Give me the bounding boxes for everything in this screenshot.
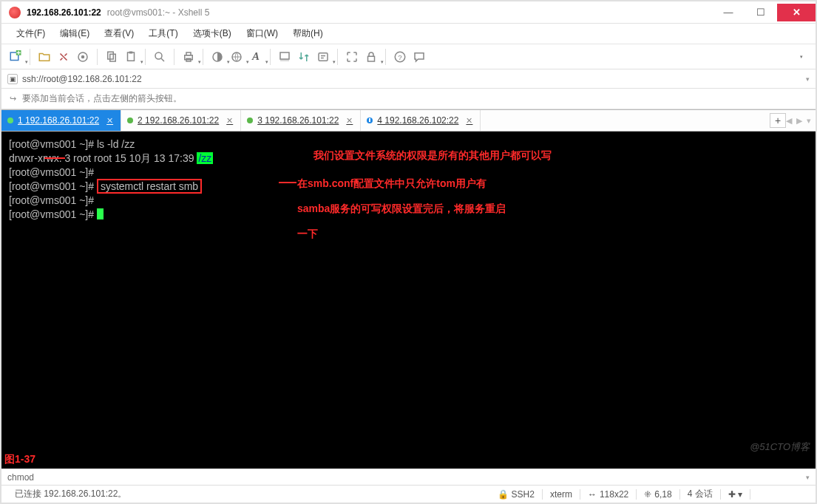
command-input-bar[interactable]: chmod ▾ <box>1 469 816 485</box>
annotation-2: 在smb.conf配置文件中只允许tom用户有 <box>297 173 487 194</box>
tab-label: 3 192.168.26.101:22 <box>257 115 339 126</box>
svg-rect-14 <box>280 52 289 59</box>
tab-next-icon[interactable]: ▶ <box>796 116 802 126</box>
svg-point-3 <box>81 55 85 58</box>
annotation-1: 我们设置文件系统的权限是所有的其他用户都可以写 <box>313 145 552 166</box>
macro-button[interactable]: ▾ <box>313 47 333 67</box>
addr-dropdown-icon[interactable]: ▾ <box>806 75 810 83</box>
highlighted-dir: /zz <box>197 152 213 164</box>
transfer-button[interactable] <box>294 47 313 67</box>
svg-point-8 <box>155 52 162 59</box>
annotation-3: samba服务的可写权限设置完后，将服务重启 <box>297 198 506 219</box>
svg-rect-7 <box>129 51 133 53</box>
new-session-button[interactable]: ▾ <box>6 47 25 67</box>
properties-button[interactable] <box>73 47 92 67</box>
status-dot-icon <box>247 118 253 123</box>
window-subtitle: root@vms001:~ - Xshell 5 <box>107 7 210 18</box>
tab-label: 4 192.168.26.102:22 <box>377 115 458 126</box>
tab-menu-icon[interactable]: ▾ <box>807 116 811 126</box>
script-button[interactable] <box>275 47 294 67</box>
session-tab[interactable]: 4 192.168.26.102:22✕ <box>361 110 481 131</box>
encoding-button[interactable]: ▾ <box>227 47 246 67</box>
status-dot-icon <box>127 118 133 123</box>
size-icon: ↔ <box>588 489 597 500</box>
toolbar-overflow[interactable]: ▾ <box>792 47 811 67</box>
status-connection: 已连接 192.168.26.101:22。 <box>7 488 134 500</box>
tab-close-icon[interactable]: ✕ <box>466 116 472 126</box>
connector-line <box>279 182 296 183</box>
annotation-4: 一下 <box>297 223 318 244</box>
status-dot-icon <box>367 118 373 123</box>
address-bar: ▣ ssh://root@192.168.26.101:22 ▾ <box>1 69 816 89</box>
menu-window[interactable]: 窗口(W) <box>239 27 285 40</box>
status-plus-icon[interactable]: ✚ ▾ <box>721 489 750 500</box>
lock-button[interactable]: ▾ <box>362 47 381 67</box>
status-bar: 已连接 192.168.26.101:22。 🔒SSH2 xterm ↔118x… <box>1 485 816 503</box>
color-scheme-button[interactable]: ▾ <box>208 47 227 67</box>
tab-close-icon[interactable]: ✕ <box>106 116 113 126</box>
url-text[interactable]: ssh://root@192.168.26.101:22 <box>22 74 806 84</box>
cursor <box>97 208 104 219</box>
menu-tools[interactable]: 工具(T) <box>141 27 185 40</box>
tab-prev-icon[interactable]: ◀ <box>786 116 792 126</box>
terminal[interactable]: [root@vms001 ~]# ls -ld /zz drwxr-xrwx. … <box>1 132 816 469</box>
open-button[interactable] <box>35 47 54 67</box>
hint-bar: ↪ 要添加当前会话，点击左侧的箭头按钮。 <box>1 89 816 109</box>
status-termtype: xterm <box>543 489 580 500</box>
tab-nav: ◀ ▶ ▾ <box>786 116 816 126</box>
menu-view[interactable]: 查看(V) <box>97 27 141 40</box>
app-icon <box>9 7 21 18</box>
tab-label: 2 192.168.26.101:22 <box>138 115 219 126</box>
status-sessions: 4 会话 <box>680 488 720 500</box>
reconnect-button[interactable] <box>54 47 73 67</box>
tab-strip: 1 192.168.26.101:22✕2 192.168.26.101:22✕… <box>1 109 816 132</box>
chat-button[interactable] <box>410 47 429 67</box>
svg-rect-6 <box>128 52 135 61</box>
underline-perm <box>44 157 65 159</box>
watermark: @51CTO博客 <box>750 440 810 454</box>
maximize-button[interactable]: ☐ <box>745 4 777 21</box>
session-shortcut-icon[interactable]: ▣ <box>7 74 18 84</box>
lock-icon: 🔒 <box>498 489 509 500</box>
print-button[interactable]: ▾ <box>179 47 198 67</box>
find-button[interactable] <box>150 47 169 67</box>
window-title: 192.168.26.101:22 <box>27 7 101 18</box>
font-button[interactable]: A▾ <box>246 47 265 67</box>
tab-label: 1 192.168.26.101:22 <box>18 115 99 126</box>
menubar: 文件(F) 编辑(E) 查看(V) 工具(T) 选项卡(B) 窗口(W) 帮助(… <box>1 24 816 44</box>
status-cursor-pos: ⁜6,18 <box>637 489 679 500</box>
svg-text:?: ? <box>398 52 402 61</box>
command-input-text: chmod <box>7 472 34 483</box>
svg-rect-10 <box>186 52 191 55</box>
figure-label: 图1-37 <box>4 452 35 466</box>
copy-button[interactable] <box>102 47 121 67</box>
input-dropdown-icon[interactable]: ▾ <box>806 474 810 481</box>
session-tab[interactable]: 3 192.168.26.101:22✕ <box>241 110 361 131</box>
status-dot-icon <box>7 118 13 123</box>
status-size: ↔118x22 <box>580 489 636 500</box>
pos-icon: ⁜ <box>644 489 651 500</box>
svg-rect-16 <box>368 56 375 61</box>
status-protocol: 🔒SSH2 <box>490 489 542 500</box>
minimize-button[interactable]: — <box>712 4 745 21</box>
paste-button[interactable]: ▾ <box>121 47 140 67</box>
toolbar: ▾ ▾ ▾ ▾ ▾ A▾ ▾ ▾ ? ▾ <box>1 44 816 69</box>
tab-close-icon[interactable]: ✕ <box>226 116 233 126</box>
tab-close-icon[interactable]: ✕ <box>346 116 353 126</box>
titlebar: 192.168.26.101:22 root@vms001:~ - Xshell… <box>1 1 816 24</box>
hint-text: 要添加当前会话，点击左侧的箭头按钮。 <box>22 92 182 105</box>
close-button[interactable]: ✕ <box>777 4 816 21</box>
menu-edit[interactable]: 编辑(E) <box>52 27 97 40</box>
menu-help[interactable]: 帮助(H) <box>285 27 330 40</box>
menu-tabs[interactable]: 选项卡(B) <box>186 27 239 40</box>
fullscreen-button[interactable] <box>342 47 362 67</box>
add-session-arrow-icon[interactable]: ↪ <box>7 94 18 104</box>
session-tab[interactable]: 2 192.168.26.101:22✕ <box>121 110 241 131</box>
boxed-command: systemctl restart smb <box>97 179 202 194</box>
session-tab[interactable]: 1 192.168.26.101:22✕ <box>1 110 121 131</box>
add-tab-button[interactable]: + <box>770 113 786 128</box>
svg-rect-15 <box>319 52 328 61</box>
menu-file[interactable]: 文件(F) <box>9 27 52 40</box>
help-button[interactable]: ? <box>390 47 410 67</box>
